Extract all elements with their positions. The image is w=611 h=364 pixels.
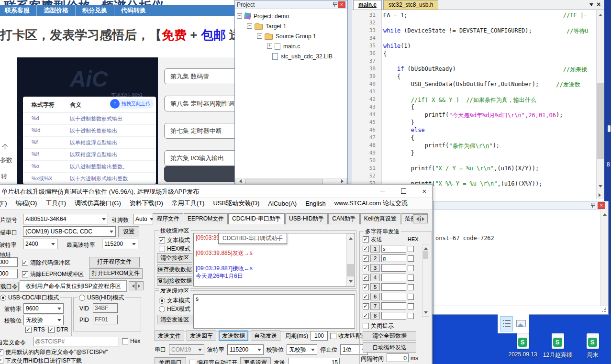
row-number-button[interactable]: 4 <box>370 274 380 281</box>
vid-input[interactable]: 34BF <box>93 303 118 313</box>
pin-icon[interactable] <box>590 203 595 207</box>
open-eeprom-button[interactable]: 打开EEPROM文件 <box>89 268 143 279</box>
scroll-up-icon[interactable] <box>597 10 604 18</box>
menu-item[interactable]: AiCube(A) <box>264 200 301 207</box>
send-action-button[interactable]: 自动发送 <box>251 331 280 341</box>
scroll-right-icon[interactable] <box>597 191 604 199</box>
multi-send-checkbox[interactable]: 发送 <box>363 235 382 243</box>
menu-item[interactable]: 文件(F) <box>0 199 11 208</box>
lesson-button-dark[interactable] <box>164 166 242 182</box>
chevron-down-icon[interactable] <box>589 3 593 8</box>
row-enabled-checkbox[interactable] <box>363 313 369 319</box>
custom-command-input[interactable]: @STCISP# <box>33 337 119 346</box>
row-enabled-checkbox[interactable] <box>363 294 369 300</box>
menu-item[interactable]: 资料下载(D) <box>125 199 167 208</box>
tab-scroll-left[interactable] <box>129 281 136 290</box>
window-title-bar[interactable]: 单片机在线升级编程仿真调试平台软件 (V6.96A), 远程现场升级APP发布 … <box>0 185 432 197</box>
code-address-input[interactable]: 0000 <box>0 257 18 267</box>
row-enabled-checkbox[interactable] <box>363 265 369 271</box>
row-number-button[interactable]: 5 <box>370 283 380 291</box>
row-enabled-checkbox[interactable] <box>363 284 369 290</box>
multi-scrollbar[interactable] <box>422 244 429 317</box>
row-hex-checkbox[interactable] <box>408 246 414 252</box>
desktop-icon[interactable]: S周末 <box>575 333 610 359</box>
recv-hex-mode-checkbox[interactable]: HEX模式 <box>159 245 190 253</box>
row-hex-checkbox[interactable] <box>408 255 414 262</box>
picture-view-icon[interactable] <box>515 316 527 331</box>
menu-item[interactable]: 工具(T) <box>41 199 70 208</box>
serial-port-select[interactable]: (COM19) USB-CDC, CDC <box>23 226 116 237</box>
row-enabled-checkbox[interactable] <box>363 255 369 262</box>
usb-hid-mode-radio[interactable]: USB(HID)模式 <box>78 294 125 302</box>
scrollbar-thumb[interactable] <box>597 83 604 159</box>
tree-expander-icon[interactable]: − <box>257 33 262 39</box>
recv-text-mode-checkbox[interactable]: 文本模式 <box>159 236 190 244</box>
scroll-corner[interactable] <box>596 191 604 199</box>
baud-select[interactable]: 115200 <box>227 344 264 355</box>
close-tip-checkbox[interactable]: 关闭提示 <box>363 322 394 330</box>
clear-code-checkbox[interactable]: 清除代码缓冲区 <box>22 259 70 267</box>
editor-vertical-scrollbar[interactable] <box>596 10 604 191</box>
row-string-input[interactable] <box>381 293 406 300</box>
tab-reset-to-isp[interactable]: 收到用户命令后复位到ISP监控程序区 <box>20 280 127 292</box>
row-string-input[interactable] <box>381 302 406 310</box>
row-number-button[interactable]: 2 <box>370 254 380 262</box>
maximize-button[interactable] <box>396 185 411 197</box>
max-baud-select[interactable]: 115200 <box>102 239 138 249</box>
row-string-input[interactable] <box>381 312 406 320</box>
copy-receive-button[interactable]: 复制接收数据 <box>157 276 192 286</box>
row-enabled-checkbox[interactable] <box>363 303 369 309</box>
rts-checkbox[interactable]: RTS <box>25 326 45 333</box>
port-select[interactable]: COM19 <box>169 344 204 355</box>
scroll-up-icon[interactable] <box>346 233 355 241</box>
output-scrollbar[interactable] <box>600 210 608 306</box>
chip-model-select[interactable]: AI8051U-34K64 <box>23 214 108 224</box>
desktop-icon[interactable]: S2025.09.13 <box>505 333 540 359</box>
upload-button[interactable]: ↑ 拖拽至此上传 <box>110 99 154 109</box>
more-settings-button[interactable]: 更多设置 <box>240 357 271 364</box>
editor-close-icon[interactable]: × <box>597 0 600 8</box>
scroll-right-icon[interactable] <box>340 178 346 184</box>
use-hid-isp-checkbox[interactable]: 下次使用HID接口进行ISP下载 <box>0 357 82 364</box>
navbar-item[interactable]: 积分兑换 <box>75 5 114 16</box>
parity-select[interactable]: 无校验 <box>287 344 317 355</box>
row-number-button[interactable]: 8 <box>370 312 380 320</box>
usb-cdc-mode-radio[interactable]: USB-CDC/串口模式 <box>0 294 60 302</box>
tree-item[interactable]: −Project: demo <box>237 11 346 21</box>
open-program-button[interactable]: 打开程序文件 <box>89 257 140 267</box>
scrollbar-thumb[interactable] <box>347 264 354 276</box>
desktop-icon[interactable]: S12月赵宾绩 <box>540 333 575 359</box>
assistant-tab[interactable]: Keil仿真设置 <box>360 213 400 224</box>
send-text-area[interactable]: s <box>193 294 355 329</box>
use-default-command-checkbox[interactable]: 使用默认的内部自定义命令"@STCISP#" <box>0 348 108 356</box>
scroll-up-icon[interactable] <box>422 244 429 250</box>
resize-grip[interactable] <box>601 308 606 312</box>
assistant-tab[interactable]: USB-HID助手 <box>285 213 328 224</box>
tree-item[interactable]: −Target 1 <box>247 21 346 31</box>
pid-input[interactable]: FF01 <box>93 315 118 324</box>
tabs-scroll-right[interactable] <box>421 214 428 223</box>
scroll-down-icon[interactable] <box>597 183 604 191</box>
row-number-button[interactable]: 6 <box>370 293 380 300</box>
tab-scroll-right[interactable] <box>136 281 144 290</box>
row-hex-checkbox[interactable] <box>408 303 414 309</box>
interval-input[interactable]: 0 <box>387 353 409 362</box>
tree-expander-icon[interactable]: − <box>237 13 242 19</box>
send-action-button[interactable]: 发送数据 <box>219 331 248 341</box>
row-enabled-checkbox[interactable] <box>363 246 369 252</box>
row-hex-checkbox[interactable] <box>408 265 414 271</box>
navbar-item[interactable]: 联系客服 <box>0 5 36 16</box>
row-hex-checkbox[interactable] <box>408 275 414 281</box>
clear-all-button[interactable]: 清空全部数据 <box>363 331 416 341</box>
scroll-down-icon[interactable] <box>422 310 429 316</box>
clear-receive-button[interactable]: 清空接收区 <box>157 253 192 263</box>
settings-button[interactable]: 设置 <box>118 226 139 237</box>
editor-tab[interactable]: main.c <box>353 0 382 10</box>
row-hex-checkbox[interactable] <box>408 313 414 319</box>
close-button[interactable]: × <box>417 185 432 197</box>
minimize-button[interactable] <box>375 185 390 197</box>
lesson-button[interactable]: 第六集 I/O输入输出 <box>164 150 242 166</box>
menu-item[interactable]: 调试仿真接口(G) <box>70 199 125 208</box>
cdc-baud-select[interactable]: 9600 <box>23 303 64 314</box>
close-icon[interactable]: × <box>338 1 345 8</box>
